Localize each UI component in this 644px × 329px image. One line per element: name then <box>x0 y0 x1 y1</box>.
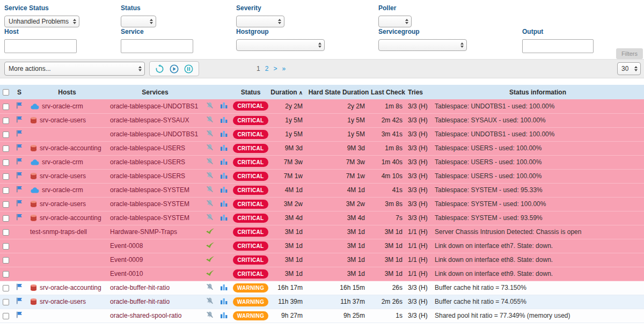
service-link[interactable]: Hardware-SNMP-Traps <box>110 228 177 236</box>
row-checkbox[interactable] <box>3 243 9 250</box>
icon-cell-1 <box>203 211 217 225</box>
hard-state-duration-cell: 3M 1d <box>308 253 369 267</box>
chart-icon[interactable] <box>221 312 228 318</box>
refresh-icon[interactable] <box>155 64 164 74</box>
status-select[interactable] <box>121 16 156 27</box>
host-link[interactable]: srv-oracle-crm <box>42 186 83 194</box>
col-header-hosts[interactable]: Hosts <box>27 85 107 99</box>
flag-cell <box>12 253 27 267</box>
service-link[interactable]: Event-0008 <box>110 242 143 250</box>
row-checkbox[interactable] <box>3 145 9 152</box>
row-checkbox-cell <box>0 183 12 197</box>
service-status-select[interactable]: Unhandled Problems <box>4 16 79 27</box>
service-link[interactable]: oracle-tablespace-USERS <box>110 158 185 166</box>
col-header-status[interactable]: Status <box>231 85 270 99</box>
tries-cell: 3/3 (H) <box>407 281 431 295</box>
filter-group-service: Service <box>121 28 193 53</box>
service-link[interactable]: oracle-tablespace-USERS <box>110 144 185 152</box>
col-header-status-information[interactable]: Status information <box>431 85 644 99</box>
flag-cell <box>12 309 27 323</box>
row-checkbox[interactable] <box>3 131 9 138</box>
host-link[interactable]: srv-oracle-accounting <box>40 144 101 152</box>
col-header-last-check[interactable]: Last Check <box>369 85 407 99</box>
duration-cell: 1y 5M <box>270 113 308 127</box>
row-checkbox[interactable] <box>3 299 9 305</box>
page-current[interactable]: 1 <box>257 65 260 72</box>
chart-icon[interactable] <box>221 102 228 108</box>
row-checkbox[interactable] <box>3 201 9 208</box>
chart-icon[interactable] <box>221 214 228 221</box>
host-link[interactable]: srv-oracle-users <box>40 116 86 124</box>
host-link[interactable]: srv-oracle-accounting <box>40 214 101 222</box>
page-2-link[interactable]: 2 <box>265 65 269 72</box>
row-checkbox[interactable] <box>3 285 9 291</box>
chart-icon[interactable] <box>221 116 228 123</box>
severity-select[interactable] <box>236 16 284 27</box>
row-checkbox[interactable] <box>3 159 9 166</box>
play-icon[interactable] <box>170 64 179 74</box>
filters-button[interactable]: Filters <box>616 48 643 59</box>
col-header-services[interactable]: Services <box>107 85 203 99</box>
service-link[interactable]: oracle-tablespace-SYSAUX <box>110 116 189 124</box>
service-link[interactable]: oracle-tablespace-UNDOTBS1 <box>110 103 198 110</box>
row-checkbox[interactable] <box>3 118 9 124</box>
service-link[interactable]: oracle-tablespace-SYSTEM <box>110 186 189 194</box>
row-checkbox[interactable] <box>3 215 9 222</box>
row-checkbox[interactable] <box>3 229 9 236</box>
output-input[interactable] <box>522 39 594 53</box>
icon-cell-2 <box>217 155 231 169</box>
host-link[interactable]: srv-oracle-users <box>40 298 86 305</box>
service-link[interactable]: oracle-buffer-hit-ratio <box>110 298 170 305</box>
page-last-link[interactable]: » <box>282 65 286 72</box>
hard-state-duration-cell: 3M 1d <box>308 225 369 239</box>
page-next-link[interactable]: > <box>273 65 277 72</box>
service-input[interactable] <box>121 39 193 53</box>
host-link[interactable]: srv-oracle-users <box>40 172 86 180</box>
service-link[interactable]: oracle-tablespace-SYSTEM <box>110 214 189 222</box>
select-arrows-icon <box>72 19 77 24</box>
chart-icon[interactable] <box>221 298 228 304</box>
row-checkbox[interactable] <box>3 187 9 194</box>
select-all-checkbox[interactable] <box>3 89 9 96</box>
host-link[interactable]: srv-oracle-users <box>40 200 86 208</box>
service-link[interactable]: Event-0009 <box>110 256 143 264</box>
host-link[interactable]: test-snmp-traps-dell <box>30 228 87 236</box>
service-link[interactable]: oracle-tablespace-USERS <box>110 172 185 180</box>
page-size-select[interactable]: 30 <box>617 62 641 75</box>
col-header-s[interactable]: S <box>12 85 27 99</box>
host-link[interactable]: srv-oracle-crm <box>42 158 83 166</box>
chart-icon[interactable] <box>221 186 228 193</box>
chart-icon[interactable] <box>221 130 228 137</box>
host-input[interactable] <box>4 39 77 53</box>
host-cell: srv-oracle-users <box>27 197 107 211</box>
row-checkbox[interactable] <box>3 257 9 264</box>
servicegroup-select[interactable] <box>378 39 467 51</box>
host-link[interactable]: srv-oracle-crm <box>42 103 83 110</box>
col-header-hard-state-duration[interactable]: Hard State Duration <box>308 85 369 99</box>
icon-cell-2 <box>217 99 231 113</box>
row-checkbox[interactable] <box>3 313 9 319</box>
service-link[interactable]: Event-0010 <box>110 270 143 277</box>
service-link[interactable]: oracle-tablespace-UNDOTBS1 <box>110 130 198 138</box>
pause-icon[interactable] <box>184 64 193 74</box>
chart-icon[interactable] <box>221 144 228 151</box>
row-checkbox[interactable] <box>3 173 9 180</box>
chart-icon[interactable] <box>221 172 228 179</box>
host-link[interactable]: srv-oracle-accounting <box>40 284 101 291</box>
service-link[interactable]: oracle-buffer-hit-ratio <box>110 284 170 291</box>
hostgroup-select[interactable] <box>236 39 325 51</box>
col-header-duration[interactable]: Duration∧ <box>270 85 308 99</box>
bell-muted-icon <box>206 130 214 137</box>
col-header-tries[interactable]: Tries <box>407 85 431 99</box>
row-checkbox[interactable] <box>3 271 9 277</box>
status-cell: CRITICAL <box>231 113 270 127</box>
chart-icon[interactable] <box>221 284 228 290</box>
row-checkbox[interactable] <box>3 104 9 110</box>
chart-icon[interactable] <box>221 158 228 165</box>
service-link[interactable]: oracle-tablespace-SYSTEM <box>110 200 189 208</box>
poller-select[interactable] <box>378 16 412 27</box>
service-link[interactable]: oracle-shared-spool-ratio <box>110 312 181 319</box>
more-actions-select[interactable]: More actions... <box>4 62 145 76</box>
col-header-icon2 <box>217 85 231 99</box>
chart-icon[interactable] <box>221 200 228 207</box>
